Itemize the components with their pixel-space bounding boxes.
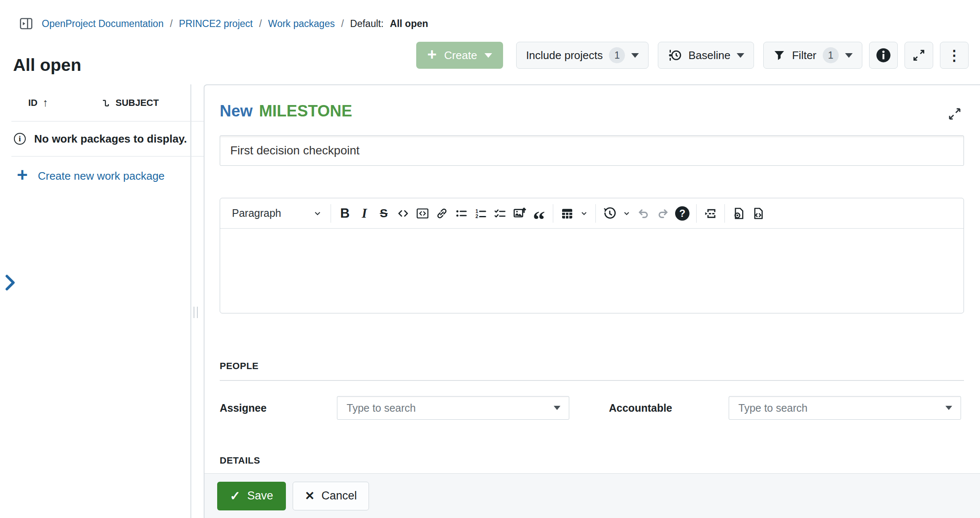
cancel-button-label: Cancel: [321, 489, 357, 502]
toolbar-separator: [595, 204, 596, 223]
chevron-down-icon: [554, 406, 560, 410]
kebab-menu-icon: ⋮: [947, 47, 961, 64]
image-upload-button[interactable]: [510, 202, 529, 224]
fullscreen-button[interactable]: [905, 42, 933, 69]
baseline-icon: [668, 48, 682, 62]
close-icon: ✕: [305, 489, 315, 503]
markdown-source-button[interactable]: [748, 202, 768, 224]
column-header-subject[interactable]: SUBJECT: [101, 97, 159, 108]
include-projects-label: Include projects: [526, 49, 603, 62]
create-new-work-package-label: Create new work package: [38, 170, 165, 183]
breadcrumb: OpenProject Documentation / PRINCE2 proj…: [19, 17, 428, 30]
code-block-button[interactable]: [413, 202, 432, 224]
preview-button[interactable]: [729, 202, 748, 224]
assignee-label: Assignee: [220, 402, 337, 414]
empty-state-row: i No work packages to display.: [0, 121, 204, 156]
empty-state-message: No work packages to display.: [34, 132, 187, 146]
panel-split-border: [190, 84, 191, 518]
accountable-select[interactable]: Type to search: [729, 396, 961, 420]
filter-button[interactable]: Filter 1: [763, 42, 862, 69]
info-button[interactable]: [869, 42, 898, 69]
include-projects-count-badge: 1: [609, 47, 625, 63]
breadcrumb-link-project[interactable]: PRINCE2 project: [179, 18, 253, 30]
bulleted-list-button[interactable]: [452, 202, 471, 224]
sort-ascending-icon: ↑: [43, 96, 48, 109]
assignee-select[interactable]: Type to search: [337, 396, 569, 420]
baseline-button[interactable]: Baseline: [658, 42, 754, 69]
type-new-label: New: [220, 102, 253, 120]
description-textarea[interactable]: [220, 229, 964, 313]
link-button[interactable]: [432, 202, 452, 224]
description-editor: Paragraph B I S: [220, 198, 964, 313]
page-title: All open: [13, 55, 81, 75]
work-package-table: ID ↑ SUBJECT i No work packages to displ…: [0, 84, 204, 518]
baseline-label: Baseline: [688, 49, 730, 62]
toolbar-separator: [553, 204, 553, 223]
type-milestone-label[interactable]: MILESTONE: [259, 102, 352, 120]
breadcrumb-current-prefix: Default:: [350, 18, 383, 30]
filter-count-badge: 1: [823, 47, 839, 63]
table-header-row: ID ↑ SUBJECT: [0, 84, 204, 121]
column-header-id[interactable]: ID ↑: [28, 96, 48, 109]
more-options-button[interactable]: ⋮: [940, 42, 969, 69]
accountable-placeholder: Type to search: [738, 402, 808, 414]
chevron-down-icon: [737, 53, 744, 58]
info-circle-icon: i: [14, 133, 26, 145]
hierarchy-icon: [101, 98, 111, 108]
panel-resize-handle[interactable]: [194, 307, 198, 318]
toolbar-separator: [331, 204, 331, 223]
people-fields-row: Assignee Type to search Accountable Type…: [220, 396, 964, 420]
expand-form-icon[interactable]: [948, 107, 961, 121]
revision-history-button[interactable]: [600, 202, 619, 224]
undo-button[interactable]: [634, 202, 653, 224]
inline-code-button[interactable]: [393, 202, 413, 224]
expand-sidebar-chevron-icon[interactable]: [4, 274, 16, 291]
numbered-list-button[interactable]: 1 2: [471, 202, 490, 224]
svg-text:2: 2: [476, 213, 479, 219]
filter-icon: [773, 49, 786, 62]
todo-list-button[interactable]: [490, 202, 510, 224]
section-heading-details: DETAILS: [220, 455, 964, 466]
chevron-down-icon: [580, 209, 588, 218]
table-options-chevron[interactable]: [577, 202, 591, 224]
bold-button[interactable]: B: [335, 202, 355, 224]
paragraph-dropdown-label: Paragraph: [232, 207, 281, 219]
block-quote-button[interactable]: “: [529, 209, 549, 231]
redo-button[interactable]: [653, 202, 673, 224]
chevron-down-icon: [485, 53, 492, 58]
breadcrumb-current-view: All open: [390, 18, 428, 30]
breadcrumb-link-documentation[interactable]: OpenProject Documentation: [42, 18, 164, 30]
subject-input[interactable]: [220, 135, 964, 166]
filter-label: Filter: [792, 49, 816, 62]
create-new-work-package-link[interactable]: + Create new work package: [0, 167, 204, 184]
assignee-placeholder: Type to search: [347, 402, 416, 414]
header-actions: + Create Include projects 1 Baseline Fil…: [416, 42, 969, 69]
save-button-label: Save: [247, 489, 273, 502]
chevron-down-icon: [631, 53, 639, 58]
help-button[interactable]: ?: [673, 202, 692, 224]
chevron-down-icon: [945, 406, 952, 410]
cancel-button[interactable]: ✕ Cancel: [293, 482, 369, 510]
save-button[interactable]: ✓ Save: [217, 482, 286, 510]
paragraph-style-dropdown[interactable]: Paragraph: [226, 202, 326, 224]
check-icon: ✓: [230, 488, 240, 503]
breadcrumb-separator: /: [341, 18, 344, 30]
fullscreen-icon: [912, 48, 926, 62]
breadcrumb-separator: /: [170, 18, 172, 30]
accountable-label: Accountable: [609, 402, 729, 414]
include-projects-button[interactable]: Include projects 1: [516, 42, 649, 69]
toolbar-separator: [724, 204, 725, 223]
create-button[interactable]: + Create: [416, 42, 503, 69]
history-options-chevron[interactable]: [619, 202, 634, 224]
insert-macro-button[interactable]: [701, 202, 720, 224]
breadcrumb-separator: /: [259, 18, 261, 30]
insert-table-button[interactable]: [557, 202, 577, 224]
form-footer: ✓ Save ✕ Cancel: [205, 473, 980, 518]
breadcrumb-link-work-packages[interactable]: Work packages: [268, 18, 335, 30]
italic-button[interactable]: I: [355, 202, 374, 224]
chevron-down-icon: [845, 53, 853, 58]
toolbar-separator: [696, 204, 697, 223]
strikethrough-button[interactable]: S: [374, 202, 393, 224]
plus-icon: +: [17, 166, 28, 184]
sidebar-toggle-icon[interactable]: [19, 17, 33, 30]
